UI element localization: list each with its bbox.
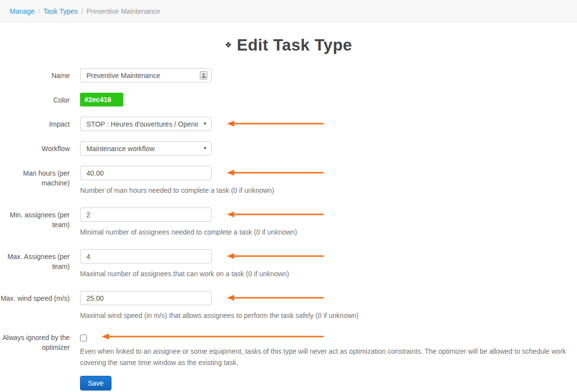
man-hours-input[interactable] [80, 166, 212, 180]
page-header: ❖Edit Task Type [0, 36, 577, 54]
form-row-workflow: Workflow Maintenance workflow ▼ [0, 141, 577, 156]
form-row-max-wind-speed: Max. wind speed (m/s) Maximal wind speed… [0, 291, 577, 321]
always-ignored-help: Even when linked to an assignee or some … [80, 346, 567, 368]
form-row-max-assignees: Max. Assignees (per team) Maximal number… [0, 249, 577, 280]
name-input[interactable] [80, 68, 212, 82]
breadcrumb-link-manage[interactable]: Manage [10, 7, 35, 15]
man-hours-label: Man hours (per machine) [0, 166, 70, 196]
form-row-impact: Impact STOP : Heures d'ouvertures / Open… [0, 117, 577, 131]
max-wind-speed-label: Max. wind speed (m/s) [0, 291, 70, 321]
name-label: Name [0, 68, 70, 82]
breadcrumb-link-task-types[interactable]: Task Types [43, 7, 78, 15]
color-label: Color [0, 93, 70, 106]
min-assignees-help: Minimal number of assignees needed to co… [80, 227, 567, 238]
impact-label: Impact [0, 117, 70, 131]
max-assignees-label: Max. Assignees (per team) [0, 249, 70, 280]
breadcrumb-separator: / [38, 7, 40, 15]
breadcrumb-separator: / [81, 7, 83, 15]
always-ignored-label: Always ignored by the optimizer [0, 333, 70, 368]
autofill-icon[interactable] [200, 71, 207, 79]
breadcrumb-current: Preventive Maintenance [86, 7, 160, 15]
form-actions: Save [0, 376, 577, 391]
page-title: Edit Task Type [237, 36, 352, 54]
edit-task-type-form: Name Color #2ec416 Impact STOP : Heures … [0, 68, 577, 391]
workflow-select[interactable]: Maintenance workflow [80, 141, 212, 156]
man-hours-help: Number of man hours needed to complete a… [80, 185, 567, 196]
impact-select[interactable]: STOP : Heures d'ouvertures / Openin [80, 117, 212, 131]
max-wind-speed-input[interactable] [80, 291, 212, 305]
form-row-always-ignored: Always ignored by the optimizer Even whe… [0, 333, 577, 368]
max-assignees-help: Maximal number of assignees that can wor… [80, 268, 567, 280]
max-assignees-input[interactable] [80, 249, 212, 263]
always-ignored-checkbox[interactable] [80, 335, 87, 341]
breadcrumb: Manage/Task Types/Preventive Maintenance [0, 0, 577, 23]
form-row-min-assignees: Min. assignees (per team) Minimal number… [0, 208, 577, 238]
min-assignees-input[interactable] [80, 208, 212, 222]
color-swatch[interactable]: #2ec416 [80, 93, 123, 106]
form-row-name: Name [0, 68, 577, 82]
diamond-icon: ❖ [225, 41, 232, 49]
form-row-color: Color #2ec416 [0, 93, 577, 106]
min-assignees-label: Min. assignees (per team) [0, 208, 70, 238]
workflow-label: Workflow [0, 141, 70, 156]
max-wind-speed-help: Maximal wind speed (in m/s) that allows … [80, 310, 567, 321]
save-button[interactable]: Save [80, 376, 111, 391]
form-row-man-hours: Man hours (per machine) Number of man ho… [0, 166, 577, 196]
